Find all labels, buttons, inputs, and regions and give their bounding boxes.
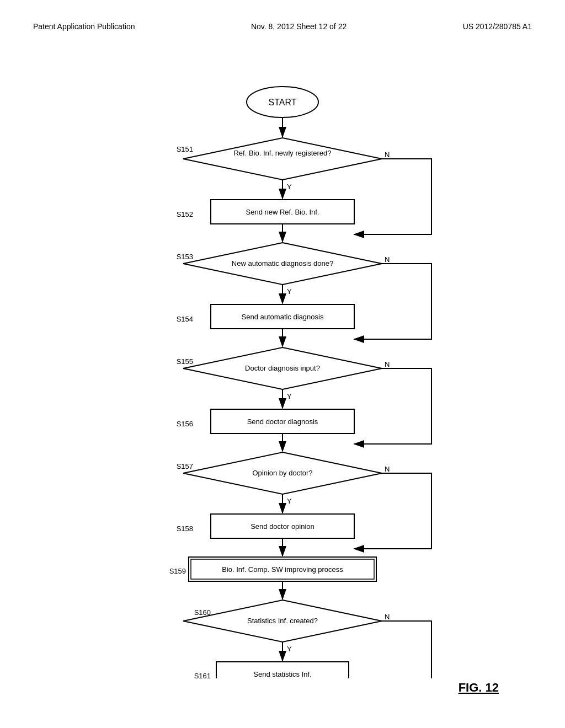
svg-text:Ref.  Bio. Inf. newly  registe: Ref. Bio. Inf. newly registered? (233, 149, 331, 157)
svg-marker-5 (183, 138, 382, 180)
flowchart-svg: START S151 Ref. Bio. Inf. newly register… (89, 72, 476, 678)
svg-text:Send doctor diagnosis: Send doctor diagnosis (247, 417, 318, 426)
svg-text:Send new Ref.  Bio. Inf.: Send new Ref. Bio. Inf. (246, 208, 319, 216)
svg-text:Send statistics Inf.: Send statistics Inf. (253, 670, 312, 678)
svg-text:Statistics Inf. created?: Statistics Inf. created? (247, 617, 318, 625)
svg-text:Y: Y (287, 287, 292, 296)
svg-text:N: N (385, 360, 390, 368)
header-patent-number: US 2012/280785 A1 (463, 22, 532, 31)
svg-text:START: START (269, 98, 297, 107)
svg-text:Doctor diagnosis input?: Doctor diagnosis input? (245, 364, 320, 372)
svg-text:Opinion by doctor?: Opinion by doctor? (252, 469, 312, 477)
svg-text:N: N (385, 465, 390, 473)
svg-text:S155: S155 (177, 357, 193, 366)
svg-text:Y: Y (287, 183, 292, 191)
header-sheet-info: Nov. 8, 2012 Sheet 12 of 22 (251, 22, 347, 31)
svg-text:S158: S158 (177, 524, 193, 533)
svg-text:S156: S156 (177, 420, 193, 428)
diagram-container: START S151 Ref. Bio. Inf. newly register… (0, 72, 565, 678)
svg-text:N: N (385, 151, 390, 159)
svg-text:S151: S151 (177, 145, 193, 153)
svg-text:Y: Y (287, 645, 292, 653)
svg-text:S154: S154 (177, 315, 193, 323)
header-publication-label: Patent Application Publication (33, 22, 135, 31)
svg-text:New automatic diagnosis done?: New automatic diagnosis done? (232, 259, 333, 267)
svg-text:N: N (385, 613, 390, 621)
page: Patent Application Publication Nov. 8, 2… (0, 0, 565, 728)
svg-text:Y: Y (287, 392, 292, 400)
svg-text:N: N (385, 255, 390, 264)
svg-text:Send automatic diagnosis: Send automatic diagnosis (242, 313, 324, 321)
svg-text:S152: S152 (177, 210, 193, 218)
svg-text:S159: S159 (169, 567, 186, 575)
svg-text:Send doctor opinion: Send doctor opinion (250, 522, 315, 531)
svg-text:Bio. Inf. Comp. SW improving p: Bio. Inf. Comp. SW improving process (222, 565, 343, 574)
svg-text:S157: S157 (177, 462, 193, 470)
svg-text:S161: S161 (194, 672, 211, 678)
svg-text:S153: S153 (177, 253, 193, 261)
page-header: Patent Application Publication Nov. 8, 2… (33, 22, 532, 31)
svg-text:Y: Y (287, 497, 292, 505)
figure-label: FIG. 12 (459, 681, 499, 695)
